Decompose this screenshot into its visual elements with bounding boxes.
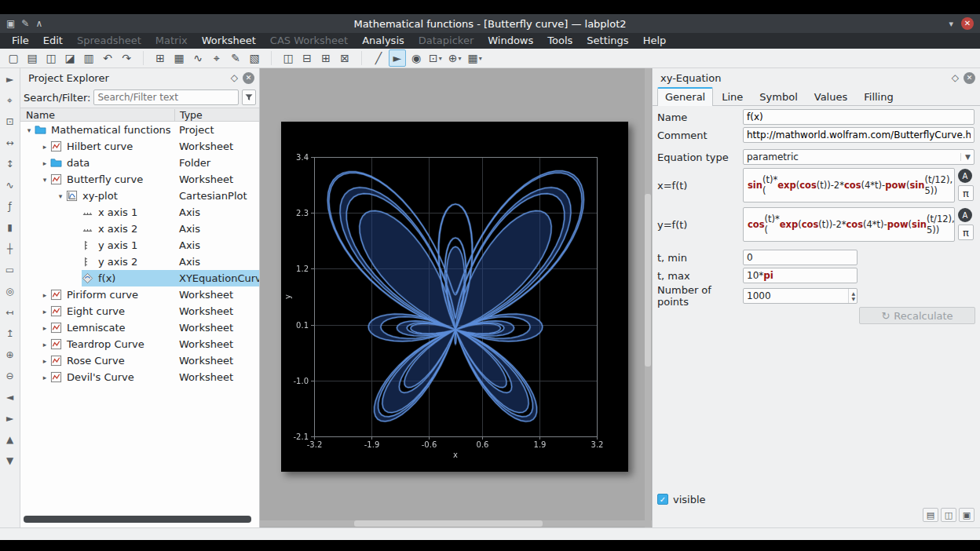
tree-row[interactable]: ▸ Lemniscate Worksheet [20,319,259,336]
new-project-button[interactable]: ▢ [5,49,22,67]
save-project-button[interactable]: ◫ [42,49,60,67]
worksheet-hscrollbar-thumb[interactable] [354,520,543,527]
zoom-out-tool-button[interactable]: ⊖ [2,368,18,384]
tree-row[interactable]: x axis 2 Axis [20,221,259,237]
select-tool-button[interactable]: ► [2,71,18,87]
draw-line-button[interactable]: ╱ [370,49,387,67]
add-legend-tool-button[interactable]: ▭ [2,262,18,278]
tab-values[interactable]: Values [806,88,855,105]
auto-scale-y-tool-button[interactable]: ↥ [2,326,18,341]
zoom-region-tool-button[interactable]: ⊡ [2,114,18,130]
t-max-input[interactable]: 10*pi [743,268,858,283]
menu-tools[interactable]: Tools [540,33,580,49]
worksheet-vscrollbar-thumb[interactable] [645,194,651,367]
tree-row[interactable]: ▸ Rose Curve Worksheet [20,352,259,369]
butterfly-plot-canvas[interactable] [281,122,628,472]
spinbox-arrows-icon[interactable]: ▲▼ [848,289,855,303]
search-filter-input[interactable] [93,89,239,105]
new-note-button[interactable]: ✎ [227,49,244,67]
menu-edit[interactable]: Edit [36,33,70,49]
equation-type-combobox[interactable]: parametric ▼ [743,149,975,165]
new-spreadsheet-button[interactable]: ⊞ [152,49,169,67]
close-dock-icon[interactable]: ✕ [964,72,975,84]
break-layout-button[interactable]: ⊠ [336,49,353,67]
menu-windows[interactable]: Windows [481,33,540,49]
expander-icon[interactable]: ▾ [24,126,35,134]
shift-right-tool-button[interactable]: ► [2,411,18,426]
menu-help[interactable]: Help [636,33,674,49]
load-template-button[interactable]: ▤ [923,508,938,522]
insert-constant-button[interactable]: π [958,185,974,201]
auto-scale-tool-button[interactable]: ◎ [2,283,18,299]
open-project-button[interactable]: ▤ [24,49,41,67]
vertical-layout-button[interactable]: ◫ [280,49,297,67]
expander-icon[interactable]: ▾ [39,176,50,184]
close-dock-icon[interactable]: ✕ [243,72,254,84]
insert-function-button[interactable]: A [958,169,972,183]
menu-worksheet[interactable]: Worksheet [195,33,263,49]
tree-row[interactable]: ▸ Devil's Curve Worksheet [20,369,259,385]
tree-row[interactable]: ▸ data Folder [20,155,259,171]
grid-layout-button[interactable]: ⊞ [317,49,335,67]
tree-row[interactable]: ▸ Eight curve Worksheet [20,303,259,319]
recalculate-button[interactable]: ↻ Recalculate [859,307,975,324]
horizontal-layout-button[interactable]: ⊟ [298,49,316,67]
t-min-input[interactable]: 0 [743,250,858,265]
add-curve-tool-button[interactable]: ∿ [2,177,18,193]
tree-row[interactable]: y axis 1 Axis [20,237,259,254]
chevron-down-icon[interactable]: ▾ [949,19,953,29]
shift-down-tool-button[interactable]: ▼ [2,453,18,469]
comment-input[interactable] [743,127,975,143]
undo-button[interactable]: ↶ [99,49,116,67]
new-matrix-button[interactable]: ▦ [170,49,188,67]
expander-icon[interactable]: ▸ [39,159,50,167]
zoom-y-region-tool-button[interactable]: ↕ [2,156,18,172]
magnification-button[interactable]: ⊕▾ [446,49,464,67]
x-equation-input[interactable]: sin(t)*(exp(cos(t))-2*cos(4*t)-pow(sin(t… [743,168,955,203]
tree-row[interactable]: x axis 1 Axis [20,204,259,221]
expander-icon[interactable]: ▸ [39,308,50,316]
save-template-button[interactable]: ◫ [941,508,956,522]
zoom-select-mode-button[interactable]: ⊡▾ [426,49,444,67]
insert-constant-button[interactable]: π [958,224,974,240]
close-button[interactable]: ✕ [961,17,974,30]
filter-options-button[interactable] [242,89,256,105]
add-axis-tool-button[interactable]: ┼ [2,241,18,257]
expander-icon[interactable]: ▾ [55,192,66,200]
shift-up-tool-button[interactable]: ▲ [2,432,18,447]
crosshair-tool-button[interactable]: ⌖ [2,93,18,108]
zoom-x-region-tool-button[interactable]: ↔ [2,135,18,151]
tree-row[interactable]: ▸ Piriform curve Worksheet [20,286,259,303]
print-preview-button[interactable]: ▥ [80,49,97,67]
expander-icon[interactable]: ▸ [39,374,50,381]
y-equation-input[interactable]: cos(t)*(exp(cos(t))-2*cos(4*t)-pow(sin(t… [743,207,955,242]
expander-icon[interactable]: ▸ [39,357,50,365]
number-of-points-spinbox[interactable]: 1000 ▲▼ [743,288,858,304]
zoom-in-tool-button[interactable]: ⊕ [2,347,18,363]
save-as-button[interactable]: ◪ [61,49,79,67]
expander-icon[interactable]: ▸ [39,324,50,332]
horizontal-scrollbar[interactable] [24,516,251,523]
shift-left-tool-button[interactable]: ◄ [2,389,18,405]
tree-row[interactable]: ▾ Mathematical functions Project [20,122,259,138]
tree-row[interactable]: ▾ Butterfly curve Worksheet [20,171,259,188]
name-input[interactable] [743,109,975,125]
select-pointer-button[interactable]: ► [389,49,406,67]
tab-line[interactable]: Line [714,88,751,105]
expander-icon[interactable]: ▸ [39,341,50,348]
new-datapicker-button[interactable]: ⌖ [208,49,225,67]
expander-icon[interactable]: ▸ [39,291,50,299]
snap-to-grid-button[interactable]: ▦▾ [466,49,485,67]
tab-general[interactable]: General [657,87,713,106]
insert-function-button[interactable]: A [958,208,972,222]
tree-row[interactable]: y axis 2 Axis [20,254,259,270]
add-histogram-tool-button[interactable]: ▮ [2,220,18,235]
tree-row[interactable]: ▾ xy-plot CartesianPlot [20,188,259,204]
menu-settings[interactable]: Settings [580,33,635,49]
tree-row[interactable]: f(x) XYEquationCurve [20,270,259,286]
add-equation-curve-tool-button[interactable]: ƒ [2,199,18,214]
tab-symbol[interactable]: Symbol [751,88,805,105]
float-dock-icon[interactable]: ◇ [231,72,238,83]
copy-settings-button[interactable]: ▣ [959,508,975,522]
menu-analysis[interactable]: Analysis [355,33,411,49]
